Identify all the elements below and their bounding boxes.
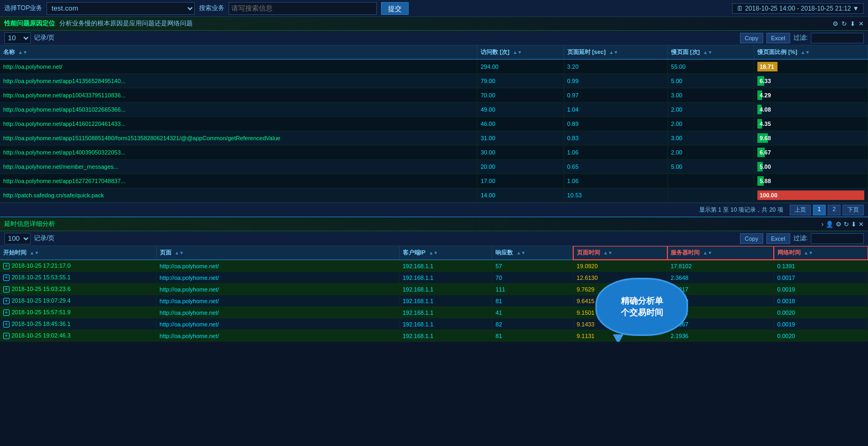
servertime-cell: 2.0929 bbox=[667, 295, 774, 307]
col2-nettime[interactable]: 网络时间 ▲▼ bbox=[774, 246, 867, 260]
time-cell[interactable]: +2018-10-25 15:53:55.1 bbox=[0, 272, 156, 284]
delay-cell: 0.83 bbox=[564, 131, 667, 145]
col2-pagetime[interactable]: 页面时间 ▲▼ bbox=[573, 246, 667, 260]
expand-icon[interactable]: + bbox=[3, 310, 10, 316]
slow-cell: 5.00 bbox=[667, 160, 754, 174]
expand-icon[interactable]: + bbox=[3, 263, 10, 269]
section1-subtitle: 分析业务慢的根本原因是应用问题还是网络问题 bbox=[59, 19, 193, 28]
time-cell[interactable]: +2018-10-25 19:07:29.4 bbox=[0, 295, 156, 307]
ratio-cell: 4.35 bbox=[754, 117, 868, 131]
table2-wrapper: 开始时间 ▲▼ 页面 ▲▼ 客户端IP ▲▼ 响应数 ▲▼ 页面时间 ▲▼ 服务… bbox=[0, 246, 868, 342]
page-cell[interactable]: http://oa.polyhome.net/ bbox=[156, 260, 399, 272]
col2-ip[interactable]: 客户端IP ▲▼ bbox=[399, 246, 492, 260]
delay-cell: 0.65 bbox=[564, 160, 667, 174]
settings-icon-2[interactable]: ⚙ bbox=[836, 221, 842, 228]
next-page-btn-1[interactable]: 下页 bbox=[843, 205, 864, 215]
time-cell[interactable]: +2018-10-25 18:45:36.1 bbox=[0, 318, 156, 330]
settings-icon[interactable]: ⚙ bbox=[833, 20, 838, 28]
time-cell[interactable]: +2018-10-25 15:57:51.9 bbox=[0, 307, 156, 318]
prev-page-btn-1[interactable]: 上页 bbox=[790, 205, 811, 215]
servertime-cell: 17.8102 bbox=[667, 260, 774, 272]
col-delay[interactable]: 页面延时 [sec] ▲▼ bbox=[564, 45, 667, 59]
pagetime-cell: 9.1131 bbox=[573, 330, 667, 342]
url-cell[interactable]: http://oa.polyhome.net/app14503102266536… bbox=[0, 103, 477, 117]
visits-cell: 14.00 bbox=[477, 188, 564, 203]
refresh-icon[interactable]: ↻ bbox=[842, 20, 847, 28]
delay-cell: 3.20 bbox=[564, 59, 667, 74]
expand-icon[interactable]: + bbox=[3, 333, 10, 339]
refresh-icon-2[interactable]: ↻ bbox=[844, 221, 849, 228]
table-row: http://oa.polyhome.net/member_messages..… bbox=[0, 160, 868, 174]
delay-cell: 1.06 bbox=[564, 145, 667, 160]
table-row: http://oa.polyhome.net/app1511508851480/… bbox=[0, 131, 868, 145]
datetime-range[interactable]: 🗓 2018-10-25 14:00 - 2018-10-25 21:12 ▼ bbox=[732, 3, 864, 14]
download-icon[interactable]: ⬇ bbox=[850, 20, 855, 28]
filter-input-1[interactable] bbox=[811, 33, 864, 43]
time-cell[interactable]: +2018-10-25 15:03:23.6 bbox=[0, 284, 156, 295]
expand-icon[interactable]: + bbox=[3, 321, 10, 327]
url-cell[interactable]: http://oa.polyhome.net/member_messages..… bbox=[0, 160, 477, 174]
table-row: +2018-10-25 19:07:29.4 http://oa.polyhom… bbox=[0, 295, 868, 307]
col-slow[interactable]: 慢页面 [次] ▲▼ bbox=[667, 45, 754, 59]
per-page-select-1[interactable]: 10 bbox=[4, 32, 31, 44]
col-visits[interactable]: 访问数 [次] ▲▼ bbox=[477, 45, 564, 59]
expand-icon[interactable]: + bbox=[3, 275, 10, 281]
url-cell[interactable]: http://oa.polyhome.net/app14003905032205… bbox=[0, 145, 477, 160]
search-input[interactable] bbox=[229, 2, 377, 15]
servertime-cell: 2.8217 bbox=[667, 284, 774, 295]
table-row: http://oa.polyhome.net/app16272671704883… bbox=[0, 174, 868, 188]
table-row: +2018-10-25 15:57:51.9 http://oa.polyhom… bbox=[0, 307, 868, 318]
nettime-cell: 0.0020 bbox=[774, 307, 867, 318]
url-cell[interactable]: http://oa.polyhome.net/ bbox=[0, 59, 477, 74]
col2-page[interactable]: 页面 ▲▼ bbox=[156, 246, 399, 260]
top-business-select[interactable]: test.com bbox=[47, 2, 195, 15]
url-cell[interactable]: http://patch.safedog.cn/safe/quick.pack bbox=[0, 188, 477, 203]
page-cell[interactable]: http://oa.polyhome.net/ bbox=[156, 330, 399, 342]
ratio-cell: 6.33 bbox=[754, 74, 868, 88]
copy-button-2[interactable]: Copy bbox=[740, 233, 763, 244]
slow-cell: 2.00 bbox=[667, 117, 754, 131]
page-cell[interactable]: http://oa.polyhome.net/ bbox=[156, 318, 399, 330]
page-cell[interactable]: http://oa.polyhome.net/ bbox=[156, 307, 399, 318]
page-cell[interactable]: http://oa.polyhome.net/ bbox=[156, 272, 399, 284]
excel-button-1[interactable]: Excel bbox=[766, 33, 790, 43]
url-cell[interactable]: http://oa.polyhome.net/app16272671704883… bbox=[0, 174, 477, 188]
filter-input-2[interactable] bbox=[811, 233, 864, 244]
page-num-2[interactable]: 2 bbox=[828, 205, 840, 215]
url-cell[interactable]: http://oa.polyhome.net/app10043379511083… bbox=[0, 88, 477, 103]
chevron-right-icon[interactable]: › bbox=[821, 221, 824, 228]
time-cell[interactable]: +2018-10-25 19:02:46.3 bbox=[0, 330, 156, 342]
download-icon-2[interactable]: ⬇ bbox=[851, 221, 856, 228]
table1-header-row: 名称 ▲▼ 访问数 [次] ▲▼ 页面延时 [sec] ▲▼ 慢页面 [次] ▲… bbox=[0, 45, 868, 59]
nettime-cell: 0.0019 bbox=[774, 284, 867, 295]
page-cell[interactable]: http://oa.polyhome.net/ bbox=[156, 284, 399, 295]
close-icon[interactable]: ✕ bbox=[858, 20, 864, 28]
col2-servertime[interactable]: 服务器时间 ▲▼ bbox=[667, 246, 774, 260]
page-num-1[interactable]: 1 bbox=[813, 205, 826, 215]
slow-cell bbox=[667, 174, 754, 188]
table-row: http://oa.polyhome.net/app14003905032205… bbox=[0, 145, 868, 160]
col-name[interactable]: 名称 ▲▼ bbox=[0, 45, 477, 59]
ip-cell: 192.168.1.1 bbox=[399, 284, 492, 295]
top-bar: 选择TOP业务 test.com 搜索业务 提交 🗓 2018-10-25 14… bbox=[0, 0, 868, 17]
close-icon-2[interactable]: ✕ bbox=[858, 221, 864, 228]
col2-time[interactable]: 开始时间 ▲▼ bbox=[0, 246, 156, 260]
excel-button-2[interactable]: Excel bbox=[766, 233, 790, 244]
section1-header: 性能问题原因定位 分析业务慢的根本原因是应用问题还是网络问题 ⚙ ↻ ⬇ ✕ bbox=[0, 17, 868, 31]
page-cell[interactable]: http://oa.polyhome.net/ bbox=[156, 295, 399, 307]
person-icon[interactable]: 👤 bbox=[826, 221, 834, 228]
table2-header-row: 开始时间 ▲▼ 页面 ▲▼ 客户端IP ▲▼ 响应数 ▲▼ 页面时间 ▲▼ 服务… bbox=[0, 246, 868, 260]
col2-resp[interactable]: 响应数 ▲▼ bbox=[492, 246, 573, 260]
section2-header: 延时信息详细分析 › 👤 ⚙ ↻ ⬇ ✕ bbox=[0, 216, 868, 231]
per-page-select-2[interactable]: 100 bbox=[4, 233, 31, 244]
url-cell[interactable]: http://oa.polyhome.net/app1511508851480/… bbox=[0, 131, 477, 145]
section1-title: 性能问题原因定位 bbox=[4, 19, 55, 28]
submit-button[interactable]: 提交 bbox=[381, 2, 409, 15]
col-ratio[interactable]: 慢页面比例 [%] ▲▼ bbox=[754, 45, 868, 59]
expand-icon[interactable]: + bbox=[3, 286, 10, 293]
expand-icon[interactable]: + bbox=[3, 298, 10, 304]
time-cell[interactable]: +2018-10-25 17:21:17.0 bbox=[0, 260, 156, 272]
copy-button-1[interactable]: Copy bbox=[740, 33, 763, 43]
url-cell[interactable]: http://oa.polyhome.net/app14160122046143… bbox=[0, 117, 477, 131]
url-cell[interactable]: http://oa.polyhome.net/app14135652849514… bbox=[0, 74, 477, 88]
